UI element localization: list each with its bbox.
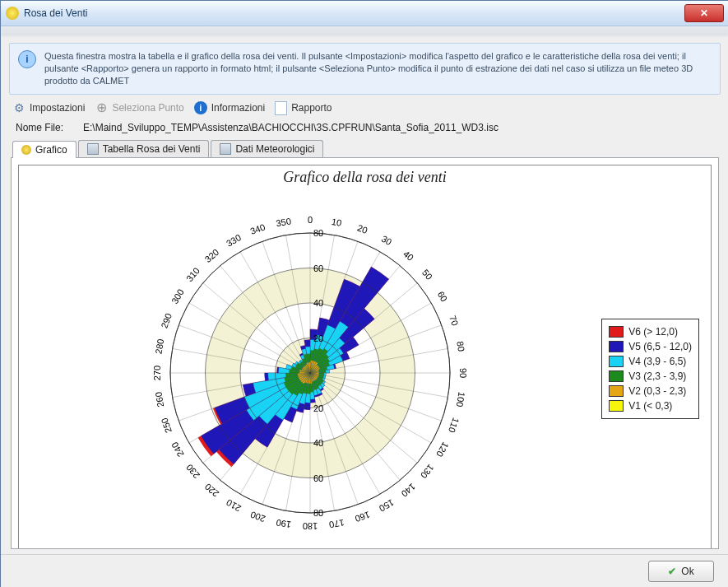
svg-text:320: 320	[203, 247, 221, 264]
legend-label: V6 (> 12,0)	[628, 326, 678, 338]
tab-grafico[interactable]: Grafico	[12, 141, 77, 158]
footer: ✔ Ok	[1, 554, 728, 587]
svg-text:30: 30	[380, 233, 394, 247]
tool-informazioni-label: Informazioni	[211, 102, 265, 114]
legend-swatch	[609, 385, 624, 397]
svg-text:230: 230	[184, 462, 202, 480]
svg-text:170: 170	[328, 517, 345, 529]
legend-swatch	[609, 400, 624, 412]
ok-button[interactable]: ✔ Ok	[648, 561, 714, 582]
svg-text:20: 20	[356, 222, 369, 235]
report-icon	[275, 101, 287, 115]
svg-text:90: 90	[458, 367, 468, 377]
svg-text:80: 80	[455, 340, 466, 352]
close-button[interactable]: ✕	[684, 4, 724, 22]
svg-text:160: 160	[354, 510, 371, 524]
ribbon-blur	[1, 26, 728, 36]
svg-text:40: 40	[401, 249, 415, 263]
ok-label: Ok	[681, 566, 693, 577]
svg-text:20: 20	[313, 333, 323, 342]
legend-swatch	[609, 326, 624, 338]
tab-table-icon	[220, 143, 231, 155]
legend-swatch	[609, 356, 624, 367]
legend-label: V2 (0,3 - 2,3)	[628, 385, 686, 397]
svg-text:260: 260	[153, 391, 165, 408]
svg-text:60: 60	[436, 289, 450, 303]
svg-text:250: 250	[160, 416, 174, 433]
file-row: Nome File: E:\Maind_Sviluppo_TEMP\Assist…	[1, 120, 728, 140]
window-title: Rosa dei Venti	[6, 7, 684, 20]
svg-text:10: 10	[331, 216, 342, 227]
legend-row: V3 (2,3 - 3,9)	[609, 369, 692, 384]
svg-text:0: 0	[308, 215, 313, 225]
chart-title: Grafico della rosa dei venti	[19, 165, 711, 188]
svg-text:70: 70	[447, 314, 460, 327]
tool-rapporto[interactable]: Rapporto	[275, 101, 332, 115]
info-circle-icon: i	[194, 101, 207, 114]
chart-panel: Grafico della rosa dei venti 20204040606…	[11, 157, 719, 549]
svg-text:280: 280	[153, 338, 165, 354]
svg-text:110: 110	[447, 416, 461, 433]
svg-text:100: 100	[455, 391, 467, 408]
legend-row: V4 (3,9 - 6,5)	[609, 354, 692, 369]
wind-rose-plot: 2020404060608080010203040506070809010011…	[19, 188, 601, 549]
info-panel: i Questa finestra mostra la tabella e il…	[9, 43, 721, 95]
svg-text:330: 330	[225, 232, 243, 249]
svg-text:50: 50	[420, 267, 434, 281]
legend-swatch	[609, 370, 624, 382]
svg-text:60: 60	[313, 263, 323, 273]
svg-text:190: 190	[276, 517, 292, 529]
gear-icon: ⚙	[12, 101, 26, 114]
app-icon	[6, 7, 19, 20]
tab-grafico-icon	[21, 145, 31, 155]
chart-frame: Grafico della rosa dei venti 20204040606…	[18, 165, 712, 549]
tool-rapporto-label: Rapporto	[291, 102, 332, 114]
svg-text:350: 350	[276, 216, 292, 228]
tab-grafico-label: Grafico	[35, 144, 67, 156]
tool-seleziona-label: Seleziona Punto	[112, 102, 183, 114]
titlebar: Rosa dei Venti ✕	[1, 1, 728, 26]
plot-wrap: 2020404060608080010203040506070809010011…	[19, 188, 711, 549]
svg-text:240: 240	[169, 440, 186, 459]
legend-label: V1 (< 0,3)	[628, 400, 672, 412]
tab-table-icon	[87, 143, 99, 155]
tab-strip: Grafico Tabella Rosa dei Venti Dati Mete…	[1, 140, 728, 157]
legend-row: V5 (6,5 - 12,0)	[609, 339, 692, 354]
svg-text:310: 310	[184, 265, 202, 283]
svg-text:130: 130	[419, 462, 436, 480]
tool-impostazioni[interactable]: ⚙ Impostazioni	[12, 101, 85, 114]
tool-informazioni[interactable]: i Informazioni	[194, 101, 265, 114]
file-path: E:\Maind_Sviluppo_TEMP\Assistenza\BACHIO…	[83, 122, 498, 133]
app-window: Rosa dei Venti ✕ i Questa finestra mostr…	[0, 0, 728, 587]
legend-swatch	[609, 341, 624, 352]
svg-text:80: 80	[313, 228, 323, 238]
legend-row: V6 (> 12,0)	[609, 324, 692, 339]
check-icon: ✔	[668, 566, 676, 577]
legend-label: V5 (6,5 - 12,0)	[628, 341, 692, 352]
tab-tabella[interactable]: Tabella Rosa dei Venti	[78, 140, 210, 157]
window-title-text: Rosa dei Venti	[24, 7, 87, 19]
svg-text:40: 40	[313, 438, 323, 448]
file-label: Nome File:	[16, 122, 63, 133]
tab-meteo[interactable]: Dati Meteorologici	[211, 140, 323, 157]
svg-text:270: 270	[152, 365, 162, 380]
svg-text:200: 200	[249, 510, 267, 524]
tab-meteo-label: Dati Meteorologici	[235, 143, 314, 155]
legend-label: V4 (3,9 - 6,5)	[628, 356, 686, 367]
svg-text:180: 180	[303, 521, 318, 531]
svg-text:210: 210	[225, 497, 243, 514]
info-text: Questa finestra mostra la tabella e il g…	[44, 50, 712, 87]
tab-tabella-label: Tabella Rosa dei Venti	[103, 143, 201, 155]
legend-row: V1 (< 0,3)	[609, 398, 692, 413]
legend-row: V2 (0,3 - 2,3)	[609, 384, 692, 398]
svg-text:220: 220	[203, 482, 221, 499]
tool-seleziona-punto: ⊕ Seleziona Punto	[95, 101, 183, 114]
tool-impostazioni-label: Impostazioni	[30, 102, 85, 114]
toolbar: ⚙ Impostazioni ⊕ Seleziona Punto i Infor…	[1, 95, 728, 120]
svg-text:140: 140	[400, 482, 418, 499]
svg-text:40: 40	[313, 298, 323, 308]
legend: V6 (> 12,0)V5 (6,5 - 12,0)V4 (3,9 - 6,5)…	[601, 319, 699, 419]
svg-text:340: 340	[249, 221, 267, 236]
svg-text:80: 80	[313, 508, 323, 518]
svg-text:20: 20	[313, 403, 323, 412]
